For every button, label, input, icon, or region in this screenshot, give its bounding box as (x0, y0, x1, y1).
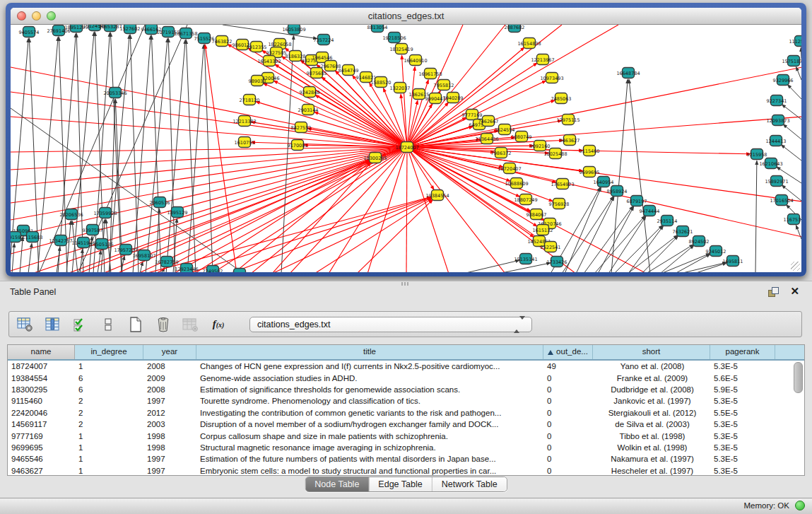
black-edge[interactable] (646, 245, 693, 272)
table-cell-name: 9115460 (8, 397, 75, 405)
black-edge[interactable] (782, 145, 801, 160)
table-scrollbar[interactable] (794, 362, 802, 474)
red-edge[interactable] (233, 162, 370, 272)
tab-network-table[interactable]: Network Table (433, 477, 507, 491)
select-columns-button[interactable] (71, 315, 90, 334)
node-label: 21364436 (475, 136, 498, 142)
table-cell-name: 9465546 (8, 455, 75, 463)
black-edge[interactable] (611, 80, 628, 272)
close-panel-icon[interactable]: ✕ (790, 285, 799, 298)
black-edge[interactable] (784, 124, 801, 139)
delete-table-button[interactable] (154, 315, 172, 334)
red-edge[interactable] (357, 200, 433, 272)
red-edge[interactable] (314, 199, 432, 272)
red-edge[interactable] (274, 81, 407, 147)
table-row[interactable]: 1830029562008Estimation of significance … (8, 384, 804, 395)
red-edge[interactable] (145, 197, 430, 272)
node-label: 9875685 (307, 71, 327, 76)
window-titlebar[interactable]: citations_edges.txt (11, 8, 801, 25)
node-label: 17016504 (770, 198, 793, 204)
table-settings-button[interactable] (16, 315, 35, 334)
red-edge[interactable] (316, 95, 407, 147)
function-builder-button[interactable]: f(x) (209, 315, 228, 334)
black-edge[interactable] (788, 85, 801, 99)
node-label: 19218506 (382, 35, 406, 41)
black-edge[interactable] (661, 254, 710, 272)
table-selector-dropdown[interactable]: citations_edges.txt (249, 317, 532, 332)
black-edge[interactable] (576, 197, 614, 272)
splitpane-grip[interactable] (401, 282, 408, 286)
black-edge[interactable] (151, 36, 161, 272)
black-edge[interactable] (76, 34, 83, 272)
table-cell-title: Tourette syndrome. Phenomenology and cla… (196, 397, 543, 405)
black-edge[interactable] (755, 161, 757, 272)
table-row[interactable]: 2242004622012Investigating the contribut… (8, 407, 804, 419)
node-label: 7463822 (212, 39, 233, 45)
table-row[interactable]: 977716911998Corpus callosum shape and si… (8, 430, 804, 441)
merge-rows-icon (103, 317, 113, 332)
red-edge[interactable] (407, 147, 434, 189)
black-edge[interactable] (629, 80, 650, 272)
table-cell-name: 9777169 (8, 432, 75, 440)
column-header-name[interactable]: name (8, 345, 75, 359)
red-edge[interactable] (11, 117, 407, 147)
table-row[interactable]: 911546021997Tourette syndrome. Phenomeno… (8, 395, 804, 407)
select-columns-icon (73, 317, 88, 332)
tab-node-table[interactable]: Node Table (305, 477, 369, 491)
column-header-short[interactable]: short (593, 345, 710, 359)
red-edge[interactable] (407, 67, 801, 147)
black-edge[interactable] (66, 221, 71, 272)
table-columns-button[interactable] (44, 315, 62, 334)
black-edge[interactable] (28, 244, 32, 272)
window-resize-grip[interactable] (791, 262, 800, 271)
column-header-year[interactable]: year (143, 345, 196, 359)
float-panel-icon[interactable] (768, 287, 779, 297)
red-edge[interactable] (314, 112, 407, 147)
column-header-title[interactable]: title (196, 345, 543, 359)
black-edge[interactable] (186, 40, 196, 272)
red-edge[interactable] (272, 198, 431, 272)
black-edge[interactable] (12, 244, 14, 272)
red-edge[interactable] (11, 147, 407, 152)
black-edge[interactable] (130, 35, 139, 272)
table-row[interactable]: 946362711997Embryonic stem cells: a mode… (8, 465, 804, 476)
node-label: 9405574 (19, 30, 40, 35)
new-table-button[interactable] (126, 315, 145, 334)
node-label: 9777169 (462, 112, 483, 118)
memory-status-icon[interactable] (795, 501, 805, 510)
table-cell-year: 2008 (143, 385, 196, 394)
red-edge[interactable] (402, 56, 407, 147)
column-header-pagerank[interactable]: pagerank (710, 345, 775, 359)
table-row[interactable]: 1938455462009Genome-wide association stu… (8, 372, 804, 383)
dropdown-arrows-icon (514, 320, 525, 329)
black-edge[interactable] (140, 262, 143, 272)
black-edge[interactable] (95, 33, 105, 272)
black-edge[interactable] (796, 226, 801, 239)
black-edge[interactable] (694, 263, 726, 272)
scrollbar-thumb[interactable] (794, 362, 803, 393)
red-edge[interactable] (407, 147, 576, 272)
node-label: 9115460 (579, 148, 600, 154)
red-edge[interactable] (367, 147, 407, 272)
import-table-button[interactable] (182, 315, 200, 334)
red-edge[interactable] (407, 25, 505, 147)
tab-edge-table[interactable]: Edge Table (369, 477, 432, 491)
column-header-out_de[interactable]: out_de... (543, 345, 593, 359)
merge-rows-button[interactable] (99, 315, 117, 334)
black-edge[interactable] (463, 260, 519, 272)
table-row[interactable]: 946554611997Estimation of the future num… (8, 453, 804, 465)
table-row[interactable]: 969969511998Structural magnetic resonanc… (8, 442, 804, 453)
black-edge[interactable] (80, 250, 83, 272)
black-edge[interactable] (796, 67, 801, 80)
network-canvas[interactable]: 1872400713220371832541913626151664091016… (11, 25, 801, 272)
table-row[interactable]: 1456911722003Disruption of a novel membe… (8, 419, 804, 430)
red-edge[interactable] (290, 147, 407, 272)
node-label: 8924502 (689, 239, 710, 245)
red-edge[interactable] (407, 117, 801, 147)
black-edge[interactable] (801, 48, 801, 59)
column-header-in_degree[interactable]: in_degree (75, 345, 143, 359)
node-label: 16543392 (257, 59, 281, 64)
black-edge[interactable] (642, 236, 678, 272)
table-row[interactable]: 1872400712008Changes of HCN gene express… (8, 361, 804, 372)
red-edge[interactable] (11, 92, 407, 147)
